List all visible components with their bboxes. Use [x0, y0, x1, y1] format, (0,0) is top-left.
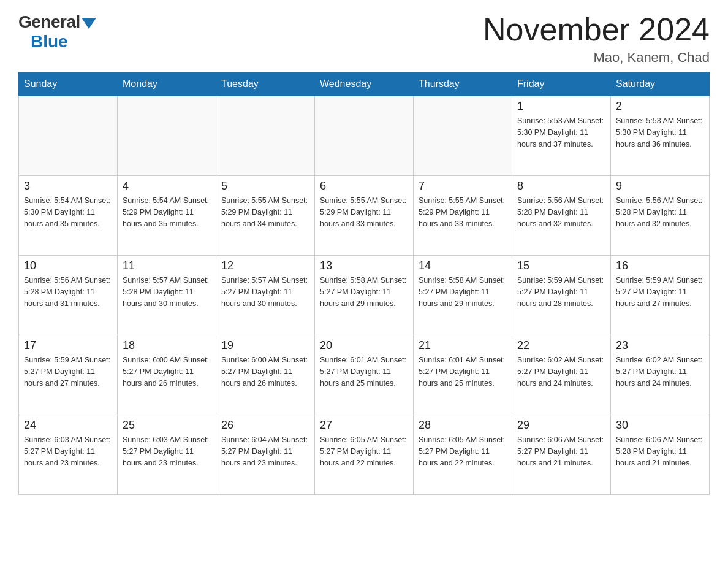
weekday-header-tuesday: Tuesday	[216, 72, 315, 96]
day-number: 7	[419, 180, 507, 193]
calendar-cell: 27Sunrise: 6:05 AM Sunset: 5:27 PM Dayli…	[315, 415, 414, 495]
day-info: Sunrise: 5:59 AM Sunset: 5:27 PM Dayligh…	[616, 275, 704, 309]
calendar-cell: 17Sunrise: 5:59 AM Sunset: 5:27 PM Dayli…	[19, 335, 118, 415]
day-number: 19	[221, 339, 309, 352]
calendar-cell: 14Sunrise: 5:58 AM Sunset: 5:27 PM Dayli…	[414, 256, 512, 335]
day-info: Sunrise: 5:55 AM Sunset: 5:29 PM Dayligh…	[221, 195, 309, 229]
day-number: 18	[123, 339, 211, 352]
day-info: Sunrise: 6:02 AM Sunset: 5:27 PM Dayligh…	[616, 354, 704, 389]
calendar-cell: 24Sunrise: 6:03 AM Sunset: 5:27 PM Dayli…	[19, 415, 118, 495]
day-info: Sunrise: 6:01 AM Sunset: 5:27 PM Dayligh…	[320, 354, 408, 389]
calendar-cell	[315, 96, 414, 176]
month-title: November 2024	[483, 12, 710, 47]
day-number: 23	[616, 339, 704, 352]
calendar-cell: 3Sunrise: 5:54 AM Sunset: 5:30 PM Daylig…	[19, 176, 118, 256]
calendar-cell: 16Sunrise: 5:59 AM Sunset: 5:27 PM Dayli…	[611, 256, 710, 335]
day-number: 6	[320, 180, 408, 193]
weekday-header-thursday: Thursday	[414, 72, 512, 96]
day-number: 30	[616, 419, 704, 432]
day-info: Sunrise: 6:00 AM Sunset: 5:27 PM Dayligh…	[221, 354, 309, 389]
day-number: 8	[517, 180, 605, 193]
day-number: 14	[419, 259, 507, 272]
calendar-cell	[216, 96, 315, 176]
calendar-cell	[19, 96, 118, 176]
calendar-cell: 20Sunrise: 6:01 AM Sunset: 5:27 PM Dayli…	[315, 335, 414, 415]
calendar-cell: 8Sunrise: 5:56 AM Sunset: 5:28 PM Daylig…	[512, 176, 611, 256]
day-number: 2	[616, 100, 704, 113]
day-info: Sunrise: 6:04 AM Sunset: 5:27 PM Dayligh…	[221, 434, 309, 469]
day-info: Sunrise: 5:58 AM Sunset: 5:27 PM Dayligh…	[419, 275, 507, 309]
calendar-cell: 30Sunrise: 6:06 AM Sunset: 5:28 PM Dayli…	[611, 415, 710, 495]
calendar-cell	[414, 96, 512, 176]
day-number: 17	[24, 339, 112, 352]
day-info: Sunrise: 6:05 AM Sunset: 5:27 PM Dayligh…	[320, 434, 408, 469]
day-info: Sunrise: 6:05 AM Sunset: 5:27 PM Dayligh…	[419, 434, 507, 469]
calendar-cell: 7Sunrise: 5:55 AM Sunset: 5:29 PM Daylig…	[414, 176, 512, 256]
calendar-cell: 26Sunrise: 6:04 AM Sunset: 5:27 PM Dayli…	[216, 415, 315, 495]
calendar-week-row: 1Sunrise: 5:53 AM Sunset: 5:30 PM Daylig…	[19, 96, 710, 176]
calendar-table: SundayMondayTuesdayWednesdayThursdayFrid…	[18, 72, 710, 495]
day-number: 1	[517, 100, 605, 113]
calendar-cell: 4Sunrise: 5:54 AM Sunset: 5:29 PM Daylig…	[118, 176, 216, 256]
day-number: 20	[320, 339, 408, 352]
calendar-cell: 10Sunrise: 5:56 AM Sunset: 5:28 PM Dayli…	[19, 256, 118, 335]
day-info: Sunrise: 6:03 AM Sunset: 5:27 PM Dayligh…	[123, 434, 211, 469]
calendar-week-row: 17Sunrise: 5:59 AM Sunset: 5:27 PM Dayli…	[19, 335, 710, 415]
day-info: Sunrise: 6:02 AM Sunset: 5:27 PM Dayligh…	[517, 354, 605, 389]
day-number: 16	[616, 259, 704, 272]
calendar-week-row: 24Sunrise: 6:03 AM Sunset: 5:27 PM Dayli…	[19, 415, 710, 495]
calendar-cell: 28Sunrise: 6:05 AM Sunset: 5:27 PM Dayli…	[414, 415, 512, 495]
day-info: Sunrise: 5:57 AM Sunset: 5:28 PM Dayligh…	[123, 275, 211, 309]
day-number: 5	[221, 180, 309, 193]
day-info: Sunrise: 6:06 AM Sunset: 5:27 PM Dayligh…	[517, 434, 605, 469]
day-number: 25	[123, 419, 211, 432]
day-info: Sunrise: 6:03 AM Sunset: 5:27 PM Dayligh…	[24, 434, 112, 469]
calendar-cell	[118, 96, 216, 176]
calendar-header-row: SundayMondayTuesdayWednesdayThursdayFrid…	[19, 72, 710, 96]
day-number: 29	[517, 419, 605, 432]
calendar-cell: 23Sunrise: 6:02 AM Sunset: 5:27 PM Dayli…	[611, 335, 710, 415]
day-number: 10	[24, 259, 112, 272]
day-info: Sunrise: 5:54 AM Sunset: 5:30 PM Dayligh…	[24, 195, 112, 229]
calendar-cell: 15Sunrise: 5:59 AM Sunset: 5:27 PM Dayli…	[512, 256, 611, 335]
day-info: Sunrise: 6:00 AM Sunset: 5:27 PM Dayligh…	[123, 354, 211, 389]
location-text: Mao, Kanem, Chad	[483, 50, 710, 66]
day-info: Sunrise: 5:56 AM Sunset: 5:28 PM Dayligh…	[517, 195, 605, 229]
calendar-week-row: 3Sunrise: 5:54 AM Sunset: 5:30 PM Daylig…	[19, 176, 710, 256]
day-info: Sunrise: 5:59 AM Sunset: 5:27 PM Dayligh…	[24, 354, 112, 389]
day-number: 21	[419, 339, 507, 352]
calendar-cell: 12Sunrise: 5:57 AM Sunset: 5:27 PM Dayli…	[216, 256, 315, 335]
day-number: 11	[123, 259, 211, 272]
day-info: Sunrise: 6:06 AM Sunset: 5:28 PM Dayligh…	[616, 434, 704, 469]
calendar-cell: 9Sunrise: 5:56 AM Sunset: 5:28 PM Daylig…	[611, 176, 710, 256]
day-number: 4	[123, 180, 211, 193]
calendar-cell: 13Sunrise: 5:58 AM Sunset: 5:27 PM Dayli…	[315, 256, 414, 335]
logo: General Blue	[18, 12, 96, 52]
day-number: 3	[24, 180, 112, 193]
weekday-header-monday: Monday	[118, 72, 216, 96]
day-info: Sunrise: 5:53 AM Sunset: 5:30 PM Dayligh…	[616, 115, 704, 150]
calendar-cell: 5Sunrise: 5:55 AM Sunset: 5:29 PM Daylig…	[216, 176, 315, 256]
day-info: Sunrise: 5:55 AM Sunset: 5:29 PM Dayligh…	[419, 195, 507, 229]
day-info: Sunrise: 5:55 AM Sunset: 5:29 PM Dayligh…	[320, 195, 408, 229]
day-number: 28	[419, 419, 507, 432]
day-number: 22	[517, 339, 605, 352]
day-info: Sunrise: 5:56 AM Sunset: 5:28 PM Dayligh…	[24, 275, 112, 309]
logo-general-text: General	[18, 12, 80, 32]
title-area: November 2024 Mao, Kanem, Chad	[483, 12, 710, 66]
calendar-cell: 6Sunrise: 5:55 AM Sunset: 5:29 PM Daylig…	[315, 176, 414, 256]
calendar-week-row: 10Sunrise: 5:56 AM Sunset: 5:28 PM Dayli…	[19, 256, 710, 335]
day-number: 13	[320, 259, 408, 272]
day-info: Sunrise: 5:54 AM Sunset: 5:29 PM Dayligh…	[123, 195, 211, 229]
calendar-cell: 18Sunrise: 6:00 AM Sunset: 5:27 PM Dayli…	[118, 335, 216, 415]
day-number: 12	[221, 259, 309, 272]
day-info: Sunrise: 5:59 AM Sunset: 5:27 PM Dayligh…	[517, 275, 605, 309]
weekday-header-wednesday: Wednesday	[315, 72, 414, 96]
day-number: 15	[517, 259, 605, 272]
day-info: Sunrise: 5:58 AM Sunset: 5:27 PM Dayligh…	[320, 275, 408, 309]
day-info: Sunrise: 6:01 AM Sunset: 5:27 PM Dayligh…	[419, 354, 507, 389]
day-number: 26	[221, 419, 309, 432]
calendar-cell: 11Sunrise: 5:57 AM Sunset: 5:28 PM Dayli…	[118, 256, 216, 335]
day-info: Sunrise: 5:56 AM Sunset: 5:28 PM Dayligh…	[616, 195, 704, 229]
calendar-cell: 1Sunrise: 5:53 AM Sunset: 5:30 PM Daylig…	[512, 96, 611, 176]
